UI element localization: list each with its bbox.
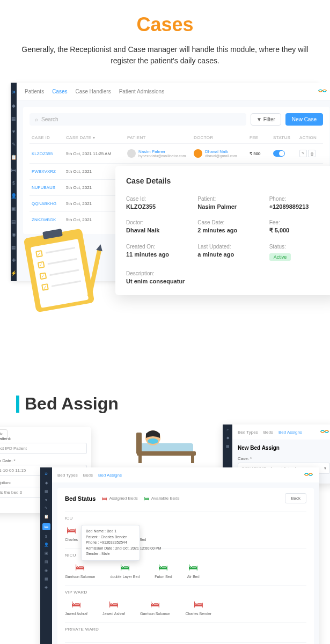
bed-item[interactable]: 🛏Air Bed: [187, 562, 200, 579]
sidebar-icon[interactable]: ✚: [45, 586, 48, 590]
bed-item[interactable]: 🛏CharlesBed Name : Bed 1Patient : Charle…: [65, 525, 78, 541]
nav-patients[interactable]: Patients: [25, 89, 44, 94]
sidebar-icon[interactable]: ▦: [45, 577, 48, 581]
sidebar-icon[interactable]: ♥: [12, 129, 15, 134]
mini-sidebar-icon[interactable]: »: [226, 428, 229, 431]
nav-types[interactable]: Bed Types: [238, 430, 258, 435]
detail-fee: Fee: ₹ 5,000: [269, 219, 330, 234]
delete-button[interactable]: 🗑: [308, 150, 316, 157]
sidebar-icon[interactable]: $: [12, 180, 15, 186]
patient-illustration: [129, 422, 204, 465]
th-patient[interactable]: PATIENT: [127, 135, 192, 140]
search-placeholder: Search: [41, 116, 58, 122]
sidebar-icon[interactable]: ◉: [45, 568, 48, 573]
nav-beds[interactable]: Beds: [83, 473, 93, 478]
nav-assigns[interactable]: Bed Assigns: [278, 430, 302, 435]
sidebar-expand-icon[interactable]: »: [12, 88, 16, 96]
assign-date-label: Assign Date: *: [0, 458, 87, 463]
case-id-link[interactable]: QQNABKHG: [32, 201, 64, 206]
detail-case-id: Case Id: KLZOZ355: [126, 196, 187, 210]
new-case-button[interactable]: New Case: [285, 113, 323, 126]
sidebar-icon[interactable]: ▤: [11, 219, 16, 224]
sidebar-icon[interactable]: 👤: [44, 543, 49, 547]
sidebar-icon[interactable]: $: [45, 535, 47, 538]
bed-item[interactable]: 🛏Charles Bender: [185, 599, 211, 616]
sidebar-icon[interactable]: ▦: [45, 489, 48, 494]
bed-icon: 🛏: [67, 525, 76, 536]
th-action: ACTION: [299, 135, 321, 140]
sidebar-icon[interactable]: ▦: [11, 116, 16, 121]
nav-handlers[interactable]: Case Handlers: [76, 89, 111, 94]
cases-section-desc: Generally, the Receptionist and Case man…: [21, 44, 309, 67]
status-toggle[interactable]: [273, 150, 285, 157]
edit-button[interactable]: ✎: [299, 150, 307, 157]
sidebar-icon[interactable]: ◆: [45, 481, 48, 485]
sidebar-icon[interactable]: ✚: [12, 258, 16, 263]
case-id-link[interactable]: KLZOZ355: [32, 151, 64, 156]
fee-cell: ₹ 500: [250, 151, 271, 156]
sidebar-icon[interactable]: ✎: [12, 142, 16, 147]
filter-button[interactable]: ▼ Filter: [251, 113, 281, 126]
bed-item[interactable]: 🛏double Layer Bed: [110, 562, 140, 579]
sidebar-icon[interactable]: 📋: [44, 515, 49, 519]
sidebar-icon[interactable]: ◆: [12, 103, 16, 108]
bed-label: Charles Bender: [185, 612, 211, 616]
patient-name[interactable]: Nasim Palmer: [138, 149, 186, 154]
nav-cases[interactable]: Cases: [52, 89, 67, 94]
bed-icon: 🛏: [109, 599, 119, 610]
mini-sidebar-icon[interactable]: ◆: [226, 436, 229, 440]
back-button[interactable]: Back: [285, 493, 306, 503]
th-doctor[interactable]: DOCTOR: [194, 135, 247, 140]
sidebar-icon[interactable]: ◉: [12, 232, 16, 237]
mini-nav: Bed Types Beds Bed Assigns: [232, 425, 330, 440]
sidebar-icon[interactable]: ♥: [45, 498, 47, 502]
sidebar-icon[interactable]: ✎: [45, 506, 48, 510]
avatar: [127, 149, 136, 158]
th-status[interactable]: STATUS: [273, 135, 297, 140]
case-id-link[interactable]: NUFUBAUS: [32, 185, 64, 190]
sidebar-expand-icon[interactable]: »: [45, 471, 48, 477]
bed-item[interactable]: 🛏Futon Bed: [155, 562, 172, 579]
th-case-date[interactable]: CASE DATE ▾: [66, 135, 125, 140]
sidebar-icon[interactable]: ▣: [11, 206, 16, 211]
legend-available: 🛏 Available Beds: [144, 495, 180, 501]
ipd-patient-select[interactable]: Select IPD Patient: [0, 443, 87, 454]
sidebar-icon[interactable]: 🛏: [11, 167, 16, 173]
bed-icon: 🛏: [75, 562, 85, 573]
svg-point-6: [148, 438, 158, 444]
search-input[interactable]: ⌕ Search: [30, 113, 246, 126]
app-logo: [317, 87, 328, 96]
bed-status-header: Bed Status 🛏 Assigned Beds 🛏 Available B…: [57, 488, 314, 509]
ward-label: ICU: [65, 516, 306, 521]
ward-label: Private Ward: [65, 627, 306, 632]
sidebar-icon[interactable]: ▣: [45, 551, 48, 555]
mini-sidebar-icon[interactable]: ▦: [226, 444, 230, 449]
bed-item[interactable]: 🛏Jawed Ashraf: [102, 599, 125, 616]
doctor-name[interactable]: Dhaval Naik: [205, 149, 237, 154]
bed-label: Charles: [65, 538, 78, 541]
app-logo: [303, 471, 314, 479]
bed-item[interactable]: 🛏Garrison Solomon: [65, 562, 95, 579]
nav-types[interactable]: Bed Types: [57, 473, 78, 478]
sidebar-icon[interactable]: ▦: [11, 245, 16, 250]
sidebar-icon[interactable]: 📋: [11, 155, 17, 160]
sidebar-icon[interactable]: ▤: [45, 560, 48, 564]
detail-description: Description: Ut enim consequatur: [126, 270, 330, 284]
case-detail-card: Case Details Case Id: KLZOZ355 Patient: …: [115, 166, 330, 295]
sidebar-bed-icon[interactable]: 🛏: [42, 523, 50, 530]
sidebar-icon[interactable]: 👤: [11, 193, 17, 199]
nav-beds[interactable]: Beds: [263, 430, 273, 435]
detail-status: Status: Active: [269, 244, 330, 261]
case-id-link[interactable]: PWBXVXRZ: [32, 169, 64, 174]
th-fee[interactable]: FEE: [250, 135, 271, 140]
detail-patient: Patient: Nasim Palmer: [197, 196, 258, 210]
case-id-link[interactable]: ZNKZWBGK: [32, 217, 64, 222]
ward-section: ICU🛏CharlesBed Name : Bed 1Patient : Cha…: [57, 514, 314, 546]
bed-item[interactable]: 🛏Jawed Ashraf: [65, 599, 87, 616]
bed-section-title: Bed Assign: [16, 394, 330, 414]
nav-assigns[interactable]: Bed Assigns: [98, 473, 122, 478]
sidebar-icon[interactable]: ⚡: [11, 270, 17, 276]
nav-admissions[interactable]: Patient Admissions: [119, 89, 165, 94]
bed-item[interactable]: 🛏Garrison Solomon: [140, 599, 170, 616]
th-case-id[interactable]: CASE ID: [32, 135, 64, 140]
